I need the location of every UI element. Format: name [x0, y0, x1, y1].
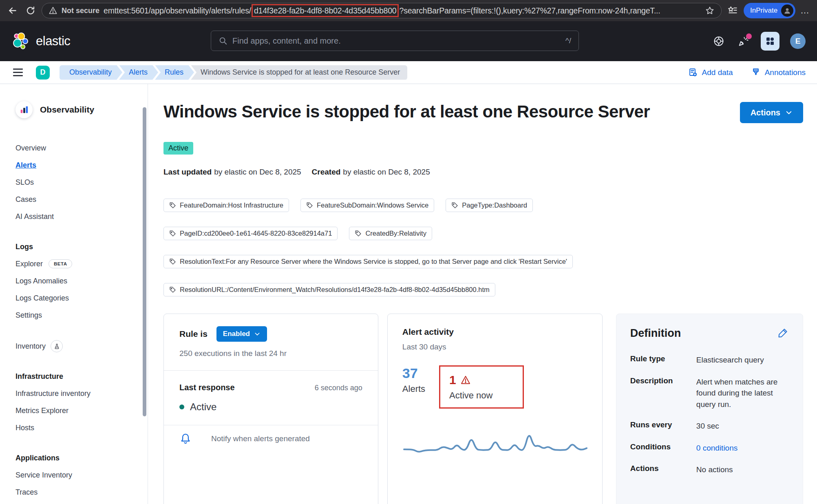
search-shortcut-hint: ^/ — [565, 36, 571, 45]
menu-hamburger-icon[interactable] — [11, 67, 24, 78]
active-now-label: Active now — [449, 390, 514, 401]
sidebar-item-overview[interactable]: Overview — [15, 139, 148, 157]
tag-page-type[interactable]: PageType:Dashboard — [446, 199, 533, 212]
actions-value: No actions — [696, 464, 789, 475]
page-title: Windows Service is stopped for at least … — [163, 102, 722, 122]
annotations-button[interactable]: Annotations — [751, 68, 806, 77]
enabled-dropdown-button[interactable]: Enabled — [216, 326, 267, 342]
elastic-brand[interactable]: elastic — [11, 32, 70, 51]
edit-pencil-icon[interactable] — [777, 327, 789, 338]
url-text[interactable]: emttest:5601/app/observability/alerts/ru… — [104, 6, 660, 15]
description-value: Alert when matches are found during the … — [696, 376, 789, 410]
browser-toolbar: Not secure emttest:5601/app/observabilit… — [0, 0, 817, 21]
address-bar[interactable]: Not secure emttest:5601/app/observabilit… — [42, 3, 722, 18]
rule-type-label: Rule type — [630, 354, 691, 366]
tag-page-id[interactable]: PageID:cd200ee0-1e61-4645-8220-83ce82914… — [163, 227, 338, 240]
add-data-button[interactable]: Add data — [688, 68, 733, 77]
sidebar-item-explorer[interactable]: Explorer BETA — [15, 255, 148, 272]
actions-button[interactable]: Actions — [740, 102, 803, 123]
news-feed-icon[interactable] — [736, 34, 750, 48]
annotations-brush-icon — [751, 68, 761, 77]
brand-name: elastic — [36, 34, 70, 49]
space-badge[interactable]: D — [36, 66, 50, 80]
browser-reload-icon[interactable] — [24, 4, 38, 18]
tag-feature-domain[interactable]: FeatureDomain:Host Infrastructure — [163, 199, 289, 212]
sidebar-item-hosts[interactable]: Hosts — [15, 419, 148, 436]
sidebar-item-traces[interactable]: Traces — [15, 484, 148, 501]
status-badge: Active — [163, 142, 193, 155]
tag-feature-subdomain[interactable]: FeatureSubDomain:Windows Service — [300, 199, 434, 212]
sidebar-app-header: Observability — [15, 101, 148, 118]
definition-panel: Definition Rule type Elasticsearch query… — [616, 314, 803, 504]
notify-text: Notify when alerts generated — [211, 434, 310, 443]
sidebar: Observability Overview Alerts SLOs Cases… — [0, 84, 148, 504]
bookmark-star-icon[interactable] — [705, 6, 715, 15]
breadcrumb-rules[interactable]: Rules — [155, 65, 194, 80]
rule-meta: Last updatedby elastic on Dec 8, 2025Cre… — [163, 168, 803, 177]
active-now-annotation-box: 1 Active now — [439, 365, 524, 409]
active-now-count: 1 — [449, 373, 456, 387]
not-secure-label[interactable]: Not secure — [62, 7, 99, 15]
sidebar-item-ai-assistant[interactable]: AI Assistant — [15, 208, 148, 225]
search-input[interactable] — [232, 36, 561, 46]
alerts-count-stat: 37 Alerts — [402, 365, 425, 394]
tag-resolution-text[interactable]: ResolutionText:For any Resource Server w… — [163, 255, 573, 268]
tag-icon — [306, 202, 313, 209]
executions-text: 250 executions in the last 24 hr — [179, 349, 362, 358]
sidebar-item-infrastructure-inventory[interactable]: Infrastructure inventory — [15, 385, 148, 402]
browser-menu-icon[interactable]: … — [800, 5, 810, 16]
sidebar-section-logs: Logs — [15, 238, 148, 255]
screen: Not secure emttest:5601/app/observabilit… — [0, 0, 817, 504]
tag-icon — [169, 230, 176, 237]
beta-badge: BETA — [49, 259, 72, 268]
elastic-logo-icon — [11, 32, 30, 51]
add-data-icon — [688, 68, 698, 77]
browser-profile-icon — [781, 4, 793, 17]
not-secure-warning-icon — [49, 6, 57, 15]
favorites-bar-icon[interactable] — [726, 4, 740, 18]
user-avatar[interactable]: E — [790, 33, 806, 49]
breadcrumb-bar: D Observability Alerts Rules Windows Ser… — [0, 61, 817, 84]
tag-list: FeatureDomain:Host Infrastructure Featur… — [163, 199, 803, 296]
global-search[interactable]: ^/ — [211, 31, 579, 51]
app-header: elastic ^/ E — [0, 21, 817, 61]
sidebar-item-inventory[interactable]: Inventory — [15, 338, 148, 355]
tag-resolution-url[interactable]: ResolutionURL:/Content/Environment_Watch… — [163, 283, 495, 296]
created-label: Created — [312, 168, 341, 176]
bell-icon — [179, 433, 192, 445]
actions-label: Actions — [630, 464, 691, 475]
health-status-dot — [179, 405, 184, 409]
sidebar-item-slos[interactable]: SLOs — [15, 174, 148, 191]
breadcrumb-alerts[interactable]: Alerts — [119, 65, 158, 80]
sidebar-item-service-inventory[interactable]: Service Inventory — [15, 466, 148, 484]
sidebar-item-logs-anomalies[interactable]: Logs Anomalies — [15, 272, 148, 290]
alert-activity-panel: Alert activity Last 30 days 37 Alerts 1 — [387, 314, 603, 504]
sidebar-item-settings[interactable]: Settings — [15, 307, 148, 324]
sidebar-item-logs-categories[interactable]: Logs Categories — [15, 290, 148, 307]
browser-back-icon[interactable] — [6, 4, 20, 18]
tag-created-by[interactable]: CreatedBy:Relativity — [349, 227, 432, 240]
inprivate-badge[interactable]: InPrivate — [744, 3, 795, 18]
last-updated-label: Last updated — [163, 168, 212, 176]
runs-every-value: 30 sec — [696, 420, 789, 432]
help-icon[interactable] — [712, 34, 726, 48]
tag-icon — [169, 202, 176, 209]
news-notification-dot — [746, 33, 752, 39]
tag-icon — [355, 230, 362, 237]
breadcrumb: Observability Alerts Rules Windows Servi… — [60, 65, 407, 80]
sidebar-item-cases[interactable]: Cases — [15, 191, 148, 208]
alert-activity-title: Alert activity — [402, 327, 587, 337]
sidebar-item-metrics-explorer[interactable]: Metrics Explorer — [15, 402, 148, 419]
sidebar-title: Observability — [40, 105, 94, 115]
breadcrumb-observability[interactable]: Observability — [60, 65, 122, 80]
chevron-down-icon — [785, 109, 793, 116]
warning-triangle-icon — [460, 375, 471, 385]
apps-grid-icon[interactable] — [761, 32, 779, 51]
alerts-count-label: Alerts — [402, 384, 425, 394]
sidebar-item-alerts[interactable]: Alerts — [15, 157, 148, 174]
main-content: Windows Service is stopped for at least … — [148, 84, 817, 504]
conditions-link[interactable]: 0 conditions — [696, 442, 789, 454]
sidebar-scrollbar[interactable] — [143, 107, 146, 416]
last-response-time: 6 seconds ago — [315, 384, 362, 392]
conditions-label: Conditions — [630, 442, 691, 454]
